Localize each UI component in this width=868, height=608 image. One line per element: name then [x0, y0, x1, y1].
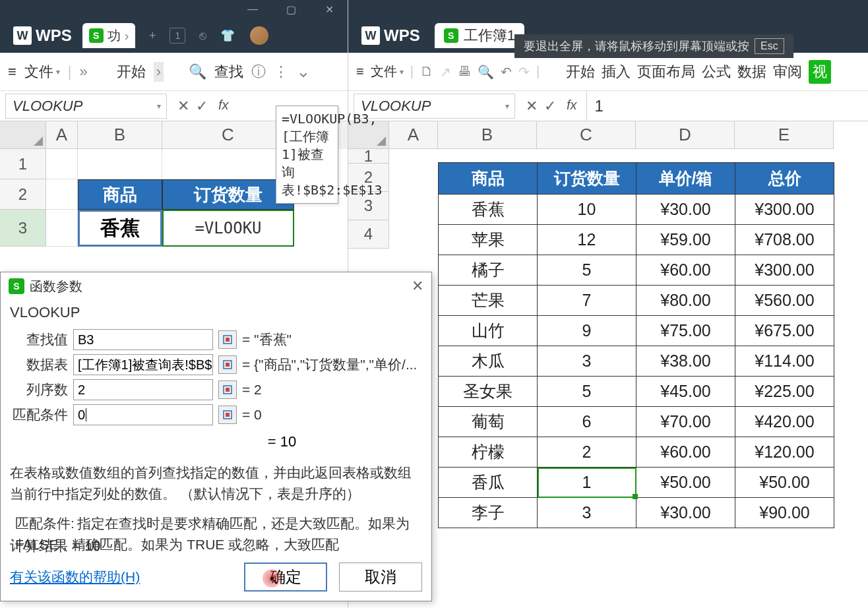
- row-header-3[interactable]: 3: [0, 210, 46, 247]
- close-icon[interactable]: ✕: [412, 278, 423, 295]
- cell[interactable]: 圣女果: [439, 377, 538, 407]
- cell[interactable]: ¥30.00: [636, 498, 735, 528]
- print-icon[interactable]: 🖶: [458, 64, 471, 79]
- arg-table-input[interactable]: [工作簿1]被查询表!$B$2: [73, 354, 213, 375]
- start-menu[interactable]: 开始: [117, 62, 146, 82]
- help-icon[interactable]: ⓘ: [251, 62, 266, 82]
- cell[interactable]: ¥30.00: [636, 195, 735, 225]
- cell-B3[interactable]: 香蕉: [78, 210, 162, 247]
- cell[interactable]: ¥300.00: [735, 195, 834, 225]
- header-total[interactable]: 总价: [735, 163, 834, 195]
- col-header-C[interactable]: C: [537, 121, 636, 149]
- cell[interactable]: ¥38.00: [636, 346, 735, 377]
- cell[interactable]: ¥420.00: [735, 407, 834, 437]
- close-button[interactable]: ✕: [316, 3, 342, 16]
- wps-logo[interactable]: W WPS: [354, 26, 428, 45]
- cell[interactable]: 3: [538, 498, 636, 528]
- cell[interactable]: ¥708.00: [735, 225, 834, 255]
- cell[interactable]: 葡萄: [439, 407, 538, 437]
- col-header-A[interactable]: A: [46, 121, 78, 149]
- hamburger-icon[interactable]: ≡: [8, 63, 16, 80]
- cell[interactable]: ¥675.00: [735, 316, 834, 346]
- arg-lookup-input[interactable]: B3: [73, 329, 213, 350]
- menu-formula[interactable]: 公式: [702, 62, 731, 82]
- redo-icon[interactable]: ↷: [518, 64, 530, 80]
- menu-data[interactable]: 数据: [737, 62, 766, 82]
- select-all-corner[interactable]: [0, 121, 46, 149]
- spreadsheet-grid[interactable]: A B C D E 1 2 3 4 商品 订货数量 单价/箱 总价 香蕉10¥3…: [348, 121, 868, 249]
- cell[interactable]: 橘子: [439, 255, 538, 286]
- cell[interactable]: 木瓜: [439, 346, 538, 377]
- accept-formula-icon[interactable]: ✓: [544, 98, 556, 115]
- cell[interactable]: 芒果: [439, 286, 538, 316]
- cell[interactable]: 2: [538, 437, 636, 468]
- tab-active[interactable]: S 工作簿1: [435, 23, 524, 48]
- col-header-E[interactable]: E: [735, 121, 834, 149]
- cell[interactable]: ¥90.00: [735, 498, 834, 528]
- cell[interactable]: [78, 149, 162, 179]
- cell[interactable]: 5: [538, 255, 636, 286]
- tab-active[interactable]: S 功 ›: [82, 23, 136, 48]
- range-select-icon[interactable]: [218, 380, 237, 399]
- range-select-icon[interactable]: [218, 406, 237, 424]
- maximize-button[interactable]: ▢: [278, 3, 304, 16]
- minimize-button[interactable]: —: [239, 3, 266, 16]
- col-header-A[interactable]: A: [389, 121, 438, 149]
- name-box[interactable]: VLOOKUP ▾: [5, 94, 167, 119]
- more-vertical-icon[interactable]: ⋮: [274, 63, 288, 80]
- file-menu[interactable]: 文件 ▾: [371, 63, 404, 80]
- row-header-2[interactable]: 2: [0, 179, 46, 210]
- cell[interactable]: 山竹: [439, 316, 538, 346]
- menu-insert[interactable]: 插入: [602, 62, 631, 82]
- cell[interactable]: ¥120.00: [735, 437, 834, 468]
- cell[interactable]: ¥45.00: [636, 377, 735, 407]
- new-tab-button[interactable]: +: [144, 28, 160, 44]
- share-icon[interactable]: ↗: [440, 64, 451, 80]
- cell[interactable]: 苹果: [439, 225, 538, 255]
- cell[interactable]: ¥50.00: [636, 468, 735, 498]
- cell-selected[interactable]: 1: [538, 468, 636, 498]
- file-menu[interactable]: 文件 ▾: [24, 62, 60, 82]
- cell[interactable]: ¥70.00: [636, 407, 735, 437]
- cell[interactable]: 香蕉: [439, 195, 538, 225]
- chevron-right-icon[interactable]: ›: [154, 62, 164, 82]
- tab-list-button[interactable]: 1: [170, 28, 185, 44]
- col-header-B[interactable]: B: [78, 121, 162, 149]
- cell[interactable]: 10: [538, 195, 636, 225]
- find-menu[interactable]: 查找: [214, 62, 243, 82]
- cell[interactable]: 柠檬: [439, 437, 538, 468]
- cell[interactable]: 12: [538, 225, 636, 255]
- col-header-C[interactable]: C: [162, 121, 294, 149]
- cell[interactable]: ¥60.00: [636, 255, 735, 286]
- cell[interactable]: ¥50.00: [735, 468, 834, 498]
- menu-start[interactable]: 开始: [566, 62, 595, 82]
- print-preview-icon[interactable]: 🔍: [478, 64, 494, 80]
- cell[interactable]: [162, 149, 294, 179]
- col-header-D[interactable]: D: [636, 121, 735, 149]
- cancel-formula-icon[interactable]: ✕: [177, 98, 189, 115]
- header-qty[interactable]: 订货数量: [162, 179, 294, 210]
- cancel-formula-icon[interactable]: ✕: [526, 98, 538, 115]
- arg-col-input[interactable]: 2: [73, 379, 213, 400]
- cell[interactable]: [46, 210, 78, 247]
- cancel-button[interactable]: 取消: [339, 562, 422, 592]
- range-select-icon[interactable]: [218, 355, 237, 374]
- fx-icon[interactable]: fx: [214, 98, 233, 115]
- cell[interactable]: ¥59.00: [636, 225, 735, 255]
- chevron-down-icon[interactable]: ⌄: [296, 61, 311, 82]
- col-header-B[interactable]: B: [438, 121, 537, 149]
- cell[interactable]: ¥225.00: [735, 377, 834, 407]
- header-product[interactable]: 商品: [439, 163, 538, 195]
- header-price[interactable]: 单价/箱: [636, 163, 735, 195]
- fx-icon[interactable]: fx: [563, 98, 581, 115]
- ok-button[interactable]: ↖ 确定: [244, 562, 327, 592]
- row-header-1[interactable]: 1: [0, 149, 46, 179]
- header-product[interactable]: 商品: [78, 179, 162, 210]
- chevron-down-icon[interactable]: ▾: [157, 102, 161, 111]
- help-link[interactable]: 有关该函数的帮助(H): [10, 568, 140, 586]
- cell[interactable]: ¥80.00: [636, 286, 735, 316]
- arg-match-input[interactable]: 0: [73, 404, 213, 425]
- save-icon[interactable]: 🗋: [420, 64, 433, 79]
- formula-input[interactable]: 1: [586, 91, 868, 121]
- menu-review[interactable]: 审阅: [773, 62, 802, 82]
